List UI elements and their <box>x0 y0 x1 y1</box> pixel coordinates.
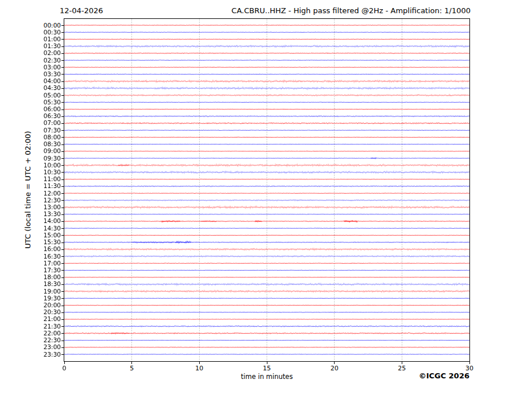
y-tick-label: 04:00 <box>26 78 61 84</box>
y-tick-label: 09:00 <box>26 148 61 154</box>
y-tick-label: 15:00 <box>26 232 61 238</box>
y-tick-mark <box>61 354 64 355</box>
y-tick-label: 01:00 <box>26 36 61 42</box>
x-tick-mark <box>64 362 65 364</box>
y-tick-mark <box>61 214 64 215</box>
y-tick-label: 17:30 <box>26 267 61 273</box>
y-tick-mark <box>61 88 64 89</box>
y-tick-label: 06:30 <box>26 113 61 119</box>
y-tick-label: 02:00 <box>26 50 61 56</box>
y-tick-label: 16:00 <box>26 246 61 252</box>
y-tick-label: 21:00 <box>26 316 61 322</box>
y-tick-mark <box>61 137 64 138</box>
y-tick-label: 17:00 <box>26 260 61 267</box>
y-tick-mark <box>61 186 64 187</box>
y-tick-mark <box>61 235 64 236</box>
y-tick-mark <box>61 53 64 54</box>
y-tick-mark <box>61 179 64 180</box>
y-tick-mark <box>61 291 64 292</box>
chart-title: CA.CBRU..HHZ - High pass filtered @2Hz -… <box>172 6 471 15</box>
y-tick-mark <box>61 284 64 285</box>
y-tick-mark <box>61 270 64 271</box>
y-tick-label: 02:30 <box>26 57 61 64</box>
x-tick-mark <box>267 362 267 364</box>
y-tick-label: 15:30 <box>26 239 61 245</box>
y-tick-mark <box>61 74 64 75</box>
y-tick-label: 10:00 <box>26 162 61 169</box>
y-tick-label: 00:00 <box>26 22 61 29</box>
y-tick-mark <box>61 123 64 124</box>
x-tick-mark <box>402 362 402 364</box>
y-tick-label: 00:30 <box>26 29 61 36</box>
y-tick-label: 11:00 <box>26 176 61 182</box>
y-tick-mark <box>61 39 64 40</box>
seismogram-canvas <box>64 19 469 361</box>
x-tick-label: 15 <box>258 365 275 372</box>
y-tick-label: 10:30 <box>26 169 61 175</box>
y-tick-label: 12:00 <box>26 190 61 197</box>
y-tick-mark <box>61 341 64 341</box>
y-tick-label: 07:30 <box>26 127 61 134</box>
y-tick-mark <box>61 165 64 166</box>
y-tick-mark <box>61 221 64 222</box>
y-tick-mark <box>61 172 64 173</box>
y-tick-mark <box>61 151 64 152</box>
y-tick-label: 03:30 <box>26 71 61 77</box>
x-tick-label: 5 <box>123 365 141 372</box>
y-tick-label: 18:30 <box>26 281 61 287</box>
y-tick-label: 19:00 <box>26 288 61 295</box>
date-label: 12-04-2026 <box>60 6 103 15</box>
y-tick-label: 22:30 <box>26 337 61 343</box>
y-tick-label: 22:00 <box>26 330 61 337</box>
x-tick-label: 10 <box>191 365 208 372</box>
y-tick-mark <box>61 81 64 82</box>
y-tick-mark <box>61 263 64 264</box>
y-tick-mark <box>61 277 64 278</box>
y-tick-mark <box>61 46 64 47</box>
y-tick-mark <box>61 158 64 159</box>
y-tick-mark <box>61 249 64 250</box>
y-tick-mark <box>61 25 64 26</box>
y-tick-mark <box>61 326 64 327</box>
y-tick-label: 11:30 <box>26 183 61 189</box>
x-tick-mark <box>334 362 335 364</box>
y-tick-label: 01:30 <box>26 43 61 49</box>
y-tick-label: 09:30 <box>26 155 61 162</box>
y-tick-mark <box>61 200 64 201</box>
y-tick-mark <box>61 32 64 33</box>
x-tick-mark <box>469 362 470 364</box>
helicorder-page: 12-04-2026 CA.CBRU..HHZ - High pass filt… <box>0 0 532 399</box>
y-tick-label: 05:30 <box>26 99 61 105</box>
y-tick-label: 18:00 <box>26 274 61 280</box>
y-tick-mark <box>61 144 64 145</box>
y-tick-label: 08:30 <box>26 141 61 147</box>
y-tick-label: 06:00 <box>26 106 61 112</box>
y-tick-mark <box>61 193 64 194</box>
y-tick-mark <box>61 95 64 96</box>
x-tick-mark <box>131 362 132 364</box>
y-tick-label: 20:00 <box>26 302 61 308</box>
y-tick-label: 14:30 <box>26 225 61 232</box>
y-tick-label: 13:00 <box>26 204 61 210</box>
x-tick-mark <box>199 362 200 364</box>
plot-area <box>64 18 470 362</box>
y-tick-mark <box>61 102 64 103</box>
y-tick-label: 12:30 <box>26 197 61 204</box>
y-tick-label: 23:00 <box>26 344 61 350</box>
y-tick-label: 13:30 <box>26 211 61 217</box>
y-tick-mark <box>61 228 64 229</box>
y-tick-mark <box>61 116 64 117</box>
y-tick-mark <box>61 67 64 68</box>
y-tick-label: 23:30 <box>26 351 61 358</box>
y-tick-mark <box>61 60 64 61</box>
y-tick-label: 04:30 <box>26 85 61 91</box>
y-tick-mark <box>61 306 64 306</box>
y-tick-label: 20:30 <box>26 309 61 315</box>
y-tick-mark <box>61 242 64 243</box>
y-tick-mark <box>61 347 64 348</box>
x-tick-label: 0 <box>56 365 73 372</box>
y-tick-label: 16:30 <box>26 253 61 260</box>
x-axis-title: time in minutes <box>209 373 324 381</box>
copyright-label: ©ICGC 2026 <box>373 371 469 380</box>
y-tick-label: 05:00 <box>26 92 61 99</box>
